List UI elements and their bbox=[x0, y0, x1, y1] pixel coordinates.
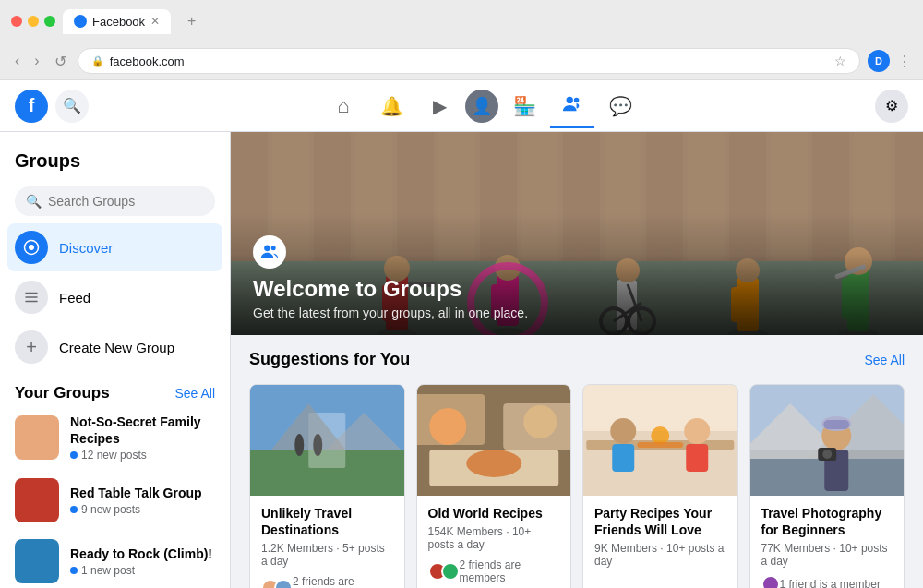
friend-avatar bbox=[274, 579, 293, 588]
svg-point-0 bbox=[567, 97, 573, 103]
address-bar[interactable]: 🔒 facebook.com ☆ bbox=[78, 48, 860, 74]
svg-rect-5 bbox=[25, 296, 38, 298]
settings-button[interactable]: ⚙ bbox=[875, 90, 908, 123]
card-body-1: Old World Recipes 154K Members · 10+ pos… bbox=[417, 496, 571, 588]
nav-messenger[interactable]: 💬 bbox=[598, 84, 642, 128]
browser-chrome: Facebook ✕ + ‹ › ↺ 🔒 facebook.com ☆ D ⋮ bbox=[0, 0, 923, 80]
sidebar-group-item[interactable]: Ready to Rock (Climb)! 1 new post bbox=[7, 532, 222, 588]
card-body-3: Travel Photography for Beginners 77K Mem… bbox=[750, 496, 905, 588]
svg-point-54 bbox=[264, 246, 270, 252]
svg-point-73 bbox=[610, 418, 636, 444]
suggestions-title: Suggestions for You bbox=[249, 350, 410, 369]
sidebar-item-discover[interactable]: Discover bbox=[7, 223, 222, 271]
group-thumbnail bbox=[15, 478, 59, 522]
svg-point-61 bbox=[294, 434, 304, 456]
back-button[interactable]: ‹ bbox=[11, 49, 23, 73]
friend-avatar bbox=[761, 575, 780, 588]
nav-notifications[interactable]: 🔔 bbox=[369, 84, 414, 128]
discover-icon bbox=[15, 231, 48, 264]
friends-text-1: 2 friends are members bbox=[460, 558, 560, 584]
svg-rect-6 bbox=[25, 301, 38, 303]
main-content: Welcome to Groups Get the latest from yo… bbox=[231, 132, 923, 588]
suggestion-card-1: Old World Recipes 154K Members · 10+ pos… bbox=[416, 384, 572, 588]
settings-icon: ⚙ bbox=[885, 97, 898, 114]
sidebar-search-input[interactable] bbox=[15, 186, 215, 216]
bookmark-icon[interactable]: ☆ bbox=[834, 54, 846, 68]
svg-point-67 bbox=[429, 408, 466, 445]
svg-rect-4 bbox=[25, 293, 38, 294]
card-meta-0: 1.2K Members · 5+ posts a day bbox=[261, 542, 393, 568]
facebook-app: f 🔍 ⌂ 🔔 ▶ 👤 🏪 💬 ⚙ Groups 🔍 bbox=[0, 80, 923, 588]
group-name: Red Table Talk Group bbox=[70, 485, 215, 501]
main-layout: Groups 🔍 Discover Feed + Create New Grou bbox=[0, 132, 923, 588]
groups-hero-icon bbox=[253, 235, 286, 269]
feed-label: Feed bbox=[59, 290, 90, 306]
svg-rect-78 bbox=[637, 442, 683, 448]
nav-marketplace[interactable]: 🏪 bbox=[502, 84, 546, 128]
sidebar-group-item[interactable]: Not-So-Secret Family Recipes 12 new post… bbox=[7, 406, 222, 469]
minimize-dot[interactable] bbox=[28, 16, 39, 27]
new-posts-dot bbox=[70, 506, 78, 513]
card-friends-1: 2 friends are members bbox=[428, 558, 560, 584]
browser-profile-button[interactable]: D bbox=[868, 50, 890, 72]
sidebar-search-icon: 🔍 bbox=[26, 194, 42, 209]
hero-subtitle: Get the latest from your groups, all in … bbox=[253, 306, 901, 320]
friends-text-0: 2 friends are members bbox=[293, 575, 393, 588]
create-label: Create New Group bbox=[59, 340, 174, 355]
sidebar-search-container: 🔍 bbox=[15, 186, 215, 216]
svg-point-62 bbox=[313, 434, 322, 456]
group-name: Ready to Rock (Climb)! bbox=[70, 546, 215, 562]
new-posts-dot bbox=[70, 567, 78, 574]
svg-point-68 bbox=[523, 405, 557, 438]
facebook-logo: f bbox=[15, 90, 48, 123]
nav-right-actions: ⚙ bbox=[875, 90, 908, 123]
maximize-dot[interactable] bbox=[44, 16, 55, 27]
nav-story[interactable]: 👤 bbox=[465, 90, 498, 123]
friend-avatars bbox=[261, 579, 287, 588]
card-meta-1: 154K Members · 10+ posts a day bbox=[428, 525, 560, 551]
forward-button[interactable]: › bbox=[30, 49, 42, 73]
new-tab-button[interactable]: + bbox=[178, 7, 205, 35]
search-button[interactable]: 🔍 bbox=[55, 90, 89, 123]
svg-rect-86 bbox=[823, 420, 849, 429]
card-name-2: Party Recipes Your Friends Will Love bbox=[594, 505, 726, 538]
svg-point-3 bbox=[29, 245, 34, 250]
sidebar-group-item[interactable]: Red Table Talk Group 9 new posts bbox=[7, 471, 222, 530]
nav-watch[interactable]: ▶ bbox=[417, 84, 462, 128]
group-info: Ready to Rock (Climb)! 1 new post bbox=[70, 546, 215, 577]
group-thumbnail bbox=[15, 539, 59, 583]
card-thumbnail-0 bbox=[250, 385, 404, 496]
favicon bbox=[74, 15, 87, 28]
svg-rect-76 bbox=[686, 444, 708, 472]
suggestions-section: Suggestions for You See All bbox=[231, 335, 923, 588]
url-text: facebook.com bbox=[110, 54, 185, 68]
card-name-0: Unlikely Travel Destinations bbox=[261, 505, 393, 538]
suggestions-see-all[interactable]: See All bbox=[864, 353, 905, 367]
card-name-1: Old World Recipes bbox=[428, 505, 560, 522]
card-thumbnail-3 bbox=[750, 385, 905, 496]
sidebar-item-feed[interactable]: Feed bbox=[7, 273, 222, 321]
group-info: Red Table Talk Group 9 new posts bbox=[70, 485, 215, 516]
card-thumbnail-1 bbox=[417, 385, 571, 496]
group-meta: 9 new posts bbox=[70, 503, 215, 516]
browser-settings-icon[interactable]: ⋮ bbox=[897, 53, 912, 70]
lock-icon: 🔒 bbox=[91, 55, 104, 67]
search-icon: 🔍 bbox=[63, 97, 81, 114]
main-navigation: ⌂ 🔔 ▶ 👤 🏪 💬 bbox=[89, 84, 875, 128]
tab-close-button[interactable]: ✕ bbox=[150, 15, 160, 28]
create-icon: + bbox=[15, 330, 48, 364]
svg-point-69 bbox=[466, 450, 521, 477]
sidebar-item-create[interactable]: + Create New Group bbox=[7, 323, 222, 371]
nav-groups[interactable] bbox=[550, 84, 594, 128]
close-dot[interactable] bbox=[11, 16, 22, 27]
reload-button[interactable]: ↺ bbox=[51, 49, 70, 74]
sidebar-title: Groups bbox=[7, 143, 222, 179]
group-name: Not-So-Secret Family Recipes bbox=[70, 414, 215, 447]
card-meta-2: 9K Members · 10+ posts a day bbox=[594, 542, 726, 568]
nav-home[interactable]: ⌂ bbox=[321, 84, 366, 128]
your-groups-header: Your Groups See All bbox=[7, 373, 222, 406]
browser-tab[interactable]: Facebook ✕ bbox=[63, 9, 171, 34]
friend-avatars bbox=[761, 575, 774, 588]
suggestion-card-0: Unlikely Travel Destinations 1.2K Member… bbox=[249, 384, 405, 588]
your-groups-see-all[interactable]: See All bbox=[174, 386, 215, 401]
